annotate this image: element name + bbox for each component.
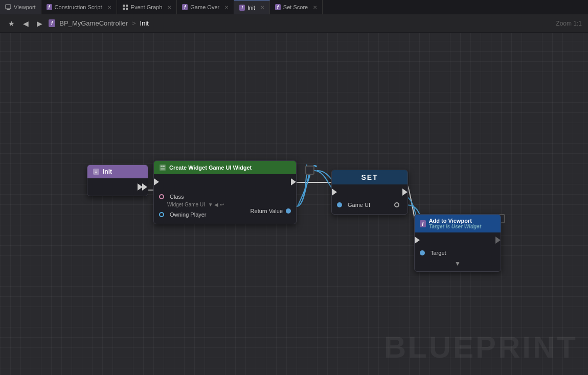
game-ui-out-pin[interactable] <box>394 202 399 207</box>
viewport-func-badge: f <box>420 220 426 227</box>
return-value-pin-row: Return Value <box>251 208 291 214</box>
node-init: ≡ Init <box>87 165 148 196</box>
expand-arrow[interactable]: ▼ <box>420 260 495 267</box>
viewport-exec-out[interactable] <box>495 237 501 244</box>
close-set-score-tab[interactable]: ✕ <box>313 5 317 10</box>
svg-rect-10 <box>163 166 165 167</box>
func-icon-game-over: f <box>182 4 188 10</box>
create-widget-body: Class Widget Game UI ▼ ◀ ↩ Owning Player <box>154 174 296 224</box>
owning-player-pin-row: Owning Player <box>159 212 224 218</box>
close-event-graph-tab[interactable]: ✕ <box>167 5 171 10</box>
class-value-label: Widget Game UI ▼ ◀ ↩ <box>167 202 224 207</box>
create-widget-icon <box>159 164 166 171</box>
breadcrumb-bar: ★ ◀ ▶ f BP_MyGameController > Init Zoom … <box>0 14 588 33</box>
tab-set-score[interactable]: f Set Score ✕ <box>270 0 323 14</box>
set-node-header: SET <box>332 170 408 184</box>
func-icon-init: f <box>239 5 245 11</box>
favorite-button[interactable]: ★ <box>6 18 17 29</box>
svg-rect-9 <box>161 166 163 167</box>
target-pin-row: Target <box>420 250 495 256</box>
class-pin[interactable] <box>159 194 164 199</box>
tab-viewport[interactable]: Viewport <box>0 0 41 14</box>
close-init-tab[interactable]: ✕ <box>260 5 264 10</box>
svg-rect-5 <box>126 8 128 10</box>
init-header-icon: ≡ <box>93 168 100 175</box>
viewport-icon <box>5 4 11 10</box>
svg-rect-8 <box>160 165 166 171</box>
func-icon-construction: f <box>47 4 52 10</box>
svg-rect-0 <box>6 5 11 9</box>
svg-rect-4 <box>123 8 125 10</box>
zoom-level: Zoom 1:1 <box>556 20 582 27</box>
tab-construction-script[interactable]: f Construction Script ✕ <box>41 0 117 14</box>
create-widget-exec-in[interactable] <box>154 178 159 185</box>
create-widget-exec-out[interactable] <box>291 178 296 185</box>
blueprint-canvas[interactable]: ≡ Init Create Widget Game UI Widget <box>0 33 588 375</box>
breadcrumb-function: Init <box>140 19 149 27</box>
breadcrumb-separator: > <box>132 19 136 27</box>
svg-rect-2 <box>123 5 125 7</box>
breadcrumb-controller: BP_MyGameController <box>59 19 128 27</box>
owning-player-pin[interactable] <box>159 212 164 217</box>
game-ui-pin-row: Game UI <box>337 202 402 208</box>
return-value-pin[interactable] <box>286 208 291 214</box>
init-node-header: ≡ Init <box>87 165 148 178</box>
tab-game-over[interactable]: f Game Over ✕ <box>177 0 234 14</box>
func-icon-set-score: f <box>275 4 281 10</box>
target-pin[interactable] <box>420 250 425 255</box>
viewport-node-body: Target ▼ <box>415 232 501 271</box>
tab-bar: Viewport f Construction Script ✕ Event G… <box>0 0 588 14</box>
blueprint-watermark: BLUEPRINT <box>384 330 578 365</box>
svg-rect-11 <box>161 168 165 170</box>
set-exec-out[interactable] <box>402 189 408 196</box>
forward-button[interactable]: ▶ <box>35 18 44 29</box>
close-construction-tab[interactable]: ✕ <box>107 5 111 10</box>
node-set: SET Game UI <box>331 170 408 215</box>
tab-event-graph[interactable]: Event Graph ✕ <box>117 0 177 14</box>
viewport-node-header: f Add to Viewport Target is User Widget <box>415 215 501 232</box>
node-create-widget: Create Widget Game UI Widget Class <box>153 160 297 224</box>
game-ui-in-pin[interactable] <box>337 202 342 207</box>
class-pin-row: Class <box>159 194 224 200</box>
node-add-to-viewport: f Add to Viewport Target is User Widget … <box>414 214 501 272</box>
set-node-body: Game UI <box>332 184 408 214</box>
svg-text:≡: ≡ <box>95 170 98 174</box>
reroute-node-top[interactable] <box>305 166 314 175</box>
svg-rect-1 <box>7 9 10 10</box>
function-icon: f <box>49 19 55 27</box>
create-widget-header: Create Widget Game UI Widget <box>154 161 296 174</box>
set-exec-in[interactable] <box>332 189 337 196</box>
close-game-over-tab[interactable]: ✕ <box>224 5 229 10</box>
back-button[interactable]: ◀ <box>21 18 31 29</box>
svg-rect-3 <box>126 5 128 7</box>
event-graph-icon <box>122 4 128 10</box>
tab-init[interactable]: f Init ✕ <box>234 0 270 14</box>
viewport-exec-in[interactable] <box>415 237 420 244</box>
